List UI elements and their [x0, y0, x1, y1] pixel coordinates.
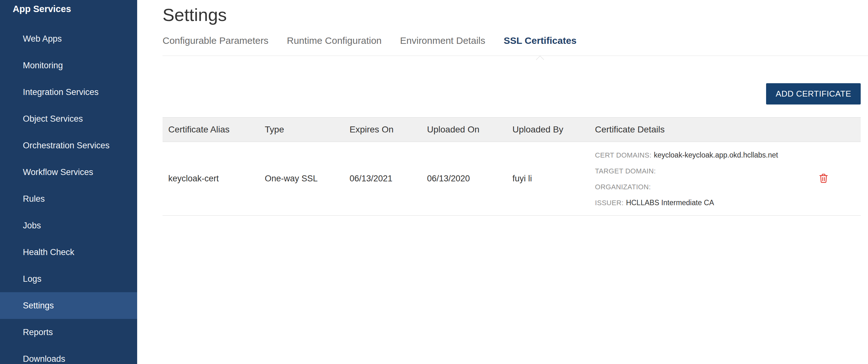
- sidebar-item-label: Rules: [23, 194, 45, 204]
- sidebar-item-label: Jobs: [23, 221, 41, 231]
- delete-certificate-button[interactable]: [817, 172, 830, 185]
- column-header-actions: [786, 118, 861, 142]
- detail-label: CERT DOMAINS:: [595, 151, 651, 159]
- sidebar-item-reports[interactable]: Reports: [0, 319, 137, 345]
- page-title: Settings: [162, 4, 861, 25]
- tab-label: Runtime Configuration: [287, 35, 382, 46]
- tab-runtime-configuration[interactable]: Runtime Configuration: [287, 35, 382, 56]
- table-row: keycloak-cert One-way SSL 06/13/2021 06/…: [162, 142, 861, 216]
- sidebar-item-orchestration-services[interactable]: Orchestration Services: [0, 132, 137, 159]
- tab-label: Configurable Parameters: [162, 35, 269, 46]
- tab-ssl-certificates[interactable]: SSL Certificates: [503, 35, 577, 56]
- column-header-certificate-alias: Certificate Alias: [162, 118, 265, 142]
- table-header-row: Certificate Alias Type Expires On Upload…: [162, 118, 861, 142]
- sidebar-item-label: Object Services: [23, 114, 83, 124]
- detail-label: ORGANIZATION:: [595, 183, 651, 191]
- sidebar-item-label: Reports: [23, 328, 53, 337]
- detail-value: HCLLABS Intermediate CA: [626, 199, 714, 207]
- detail-label: ISSUER:: [595, 199, 623, 207]
- sidebar-item-settings[interactable]: Settings: [0, 292, 137, 319]
- tab-label: SSL Certificates: [503, 35, 577, 46]
- actions-row: ADD CERTIFICATE: [162, 83, 861, 104]
- sidebar-item-rules[interactable]: Rules: [0, 185, 137, 212]
- sidebar-item-jobs[interactable]: Jobs: [0, 212, 137, 239]
- tab-label: Environment Details: [400, 35, 485, 46]
- cell-uploaded-on: 06/13/2020: [427, 142, 513, 216]
- main-content: Settings Configurable Parameters Runtime…: [137, 0, 868, 364]
- detail-line-organization: ORGANIZATION:: [595, 179, 786, 195]
- tab-environment-details[interactable]: Environment Details: [400, 35, 485, 56]
- sidebar-item-web-apps[interactable]: Web Apps: [0, 25, 137, 52]
- sidebar-item-logs[interactable]: Logs: [0, 266, 137, 292]
- detail-line-issuer: ISSUER: HCLLABS Intermediate CA: [595, 195, 786, 211]
- trash-icon: [819, 173, 828, 184]
- sidebar-item-label: Web Apps: [23, 34, 62, 44]
- column-header-expires-on: Expires On: [349, 118, 427, 142]
- detail-label: TARGET DOMAIN:: [595, 167, 656, 175]
- cell-certificate-alias: keycloak-cert: [162, 142, 265, 216]
- cell-expires-on: 06/13/2021: [349, 142, 427, 216]
- sidebar: App Services Web Apps Monitoring Integra…: [0, 0, 137, 364]
- sidebar-item-label: Workflow Services: [23, 168, 93, 177]
- detail-line-target-domain: TARGET DOMAIN:: [595, 163, 786, 179]
- sidebar-item-label: Integration Services: [23, 87, 99, 97]
- sidebar-item-label: Health Check: [23, 247, 74, 257]
- sidebar-title: App Services: [0, 0, 137, 25]
- detail-value: keycloak-keycloak.app.okd.hcllabs.net: [654, 151, 778, 159]
- certificates-table: Certificate Alias Type Expires On Upload…: [162, 117, 861, 216]
- sidebar-item-integration-services[interactable]: Integration Services: [0, 79, 137, 105]
- add-certificate-button[interactable]: ADD CERTIFICATE: [766, 83, 861, 104]
- tab-bar: Configurable Parameters Runtime Configur…: [162, 35, 868, 56]
- sidebar-item-health-check[interactable]: Health Check: [0, 239, 137, 266]
- cell-type: One-way SSL: [265, 142, 349, 216]
- sidebar-item-monitoring[interactable]: Monitoring: [0, 52, 137, 79]
- sidebar-item-label: Logs: [23, 274, 41, 284]
- column-header-type: Type: [265, 118, 349, 142]
- sidebar-item-label: Settings: [23, 301, 54, 311]
- sidebar-item-downloads[interactable]: Downloads: [0, 345, 137, 364]
- sidebar-item-label: Downloads: [23, 354, 65, 364]
- sidebar-item-label: Monitoring: [23, 61, 63, 70]
- column-header-certificate-details: Certificate Details: [595, 118, 786, 142]
- detail-line-cert-domains: CERT DOMAINS: keycloak-keycloak.app.okd.…: [595, 147, 786, 163]
- column-header-uploaded-on: Uploaded On: [427, 118, 513, 142]
- tab-configurable-parameters[interactable]: Configurable Parameters: [162, 35, 269, 56]
- cell-actions: [786, 142, 861, 216]
- active-tab-caret: [536, 56, 544, 63]
- column-header-uploaded-by: Uploaded By: [513, 118, 595, 142]
- sidebar-item-workflow-services[interactable]: Workflow Services: [0, 159, 137, 185]
- cell-certificate-details: CERT DOMAINS: keycloak-keycloak.app.okd.…: [595, 142, 786, 216]
- cell-uploaded-by: fuyi li: [513, 142, 595, 216]
- sidebar-item-object-services[interactable]: Object Services: [0, 105, 137, 132]
- sidebar-item-label: Orchestration Services: [23, 141, 110, 151]
